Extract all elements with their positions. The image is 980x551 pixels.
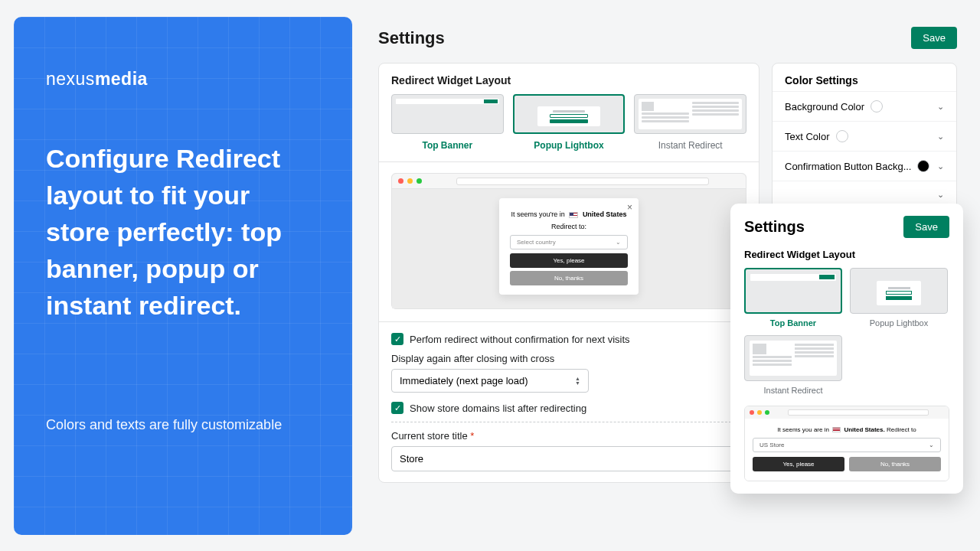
overlay-no-button[interactable]: No, thanks xyxy=(849,457,941,471)
layout-label: Instant Redirect xyxy=(634,140,746,151)
layout-top-banner[interactable]: Top Banner xyxy=(391,94,504,151)
logo-light: nexus xyxy=(46,69,95,89)
checkbox-redirect-no-confirm[interactable]: ✓ Perfom redirect without confirmation f… xyxy=(391,333,746,345)
color-settings-heading: Color Settings xyxy=(773,64,956,91)
overlay-yes-button[interactable]: Yes, please xyxy=(753,457,844,471)
layout-label: Top Banner xyxy=(391,140,504,151)
checkbox-show-domains[interactable]: ✓ Show store domains list after redirect… xyxy=(391,402,746,414)
preview-location-text: It seems you're in United States xyxy=(510,210,628,218)
display-again-select[interactable]: Immediately (next page load) ▲▼ xyxy=(391,369,589,393)
chevron-down-icon: ⌄ xyxy=(937,102,944,112)
checkbox-label: Perfom redirect without confirmation for… xyxy=(410,334,630,345)
display-again-label: Display again after closing with cross xyxy=(391,353,746,364)
overlay-layout-label: Instant Redirect xyxy=(744,386,842,395)
color-label: Text Color xyxy=(785,131,830,142)
chevron-down-icon: ⌄ xyxy=(616,239,621,246)
overlay-browser-chrome xyxy=(745,406,949,419)
preview-country-select[interactable]: Select country⌄ xyxy=(510,235,628,249)
brand-logo: nexusmedia xyxy=(46,69,320,90)
color-row-background[interactable]: Background Color ⌄ xyxy=(773,91,956,121)
preview-no-button[interactable]: No, thanks xyxy=(510,271,628,285)
chevron-down-icon: ⌄ xyxy=(937,161,944,171)
layout-popup-lightbox[interactable]: Popup Lightbox xyxy=(513,94,626,151)
overlay-layout-label: Popup Lightbox xyxy=(850,318,948,328)
overlay-layout-popup[interactable]: Popup Lightbox xyxy=(850,268,948,328)
flag-us-icon xyxy=(832,427,841,432)
color-swatch xyxy=(836,130,848,142)
preview-redirect-label: Redirect to: xyxy=(510,223,628,230)
overlay-store-select[interactable]: US Store⌄ xyxy=(753,438,941,452)
checkbox-icon: ✓ xyxy=(391,333,403,345)
color-row-confirm-button[interactable]: Confirmation Button Backg... ⌄ xyxy=(773,151,956,181)
close-icon[interactable]: × xyxy=(627,202,632,213)
overlay-preview-text: It seems you are in United States. Redir… xyxy=(753,426,941,433)
layout-instant-redirect[interactable]: Instant Redirect xyxy=(634,94,746,151)
store-title-label: Current store title * xyxy=(391,430,746,442)
overlay-title: Settings xyxy=(744,218,805,236)
color-swatch xyxy=(871,100,883,112)
chevron-down-icon: ⌄ xyxy=(937,190,944,200)
color-row-text[interactable]: Text Color ⌄ xyxy=(773,121,956,151)
overlay-layout-instant[interactable]: Instant Redirect xyxy=(744,335,842,395)
title-bar: Settings Save xyxy=(378,27,957,49)
flag-us-icon xyxy=(569,212,578,218)
overlay-section-heading: Redirect Widget Layout xyxy=(744,249,949,260)
overlay-layout-top-banner[interactable]: Top Banner xyxy=(744,268,842,328)
promo-panel: nexusmedia Configure Redirect layout to … xyxy=(14,17,352,535)
chevron-down-icon: ⌄ xyxy=(929,442,934,448)
overlay-layout-label: Top Banner xyxy=(744,318,842,328)
color-swatch xyxy=(917,160,929,172)
promo-headline: Configure Redirect layout to fit your st… xyxy=(46,140,320,324)
layout-label: Popup Lightbox xyxy=(513,140,626,151)
store-title-input[interactable] xyxy=(391,446,746,471)
checkbox-icon: ✓ xyxy=(391,402,403,414)
overlay-save-button[interactable]: Save xyxy=(903,216,949,238)
color-label: Confirmation Button Backg... xyxy=(785,161,911,172)
promo-subtext: Colors and texts are fully customizable xyxy=(46,414,320,435)
checkbox-label: Show store domains list after redirectin… xyxy=(410,403,586,414)
preview-browser-chrome xyxy=(392,174,746,189)
behaviour-form: ✓ Perfom redirect without confirmation f… xyxy=(379,322,759,482)
layout-card: Redirect Widget Layout Top Banner Popup … xyxy=(378,63,760,483)
preview-yes-button[interactable]: Yes, please xyxy=(510,253,628,268)
layout-preview: × It seems you're in United States Redir… xyxy=(391,173,746,309)
save-button[interactable]: Save xyxy=(911,27,957,49)
chevron-down-icon: ⌄ xyxy=(937,132,944,142)
color-label: Background Color xyxy=(785,101,864,112)
layout-options: Top Banner Popup Lightbox Instant Redire… xyxy=(379,94,759,161)
page-title: Settings xyxy=(378,28,445,48)
logo-bold: media xyxy=(95,69,148,89)
floating-settings-panel: Settings Save Redirect Widget Layout Top… xyxy=(730,204,963,494)
overlay-preview: It seems you are in United States. Redir… xyxy=(744,406,949,481)
select-stepper-icon: ▲▼ xyxy=(575,377,580,386)
layout-heading: Redirect Widget Layout xyxy=(379,64,759,94)
preview-popup: × It seems you're in United States Redir… xyxy=(499,198,639,295)
